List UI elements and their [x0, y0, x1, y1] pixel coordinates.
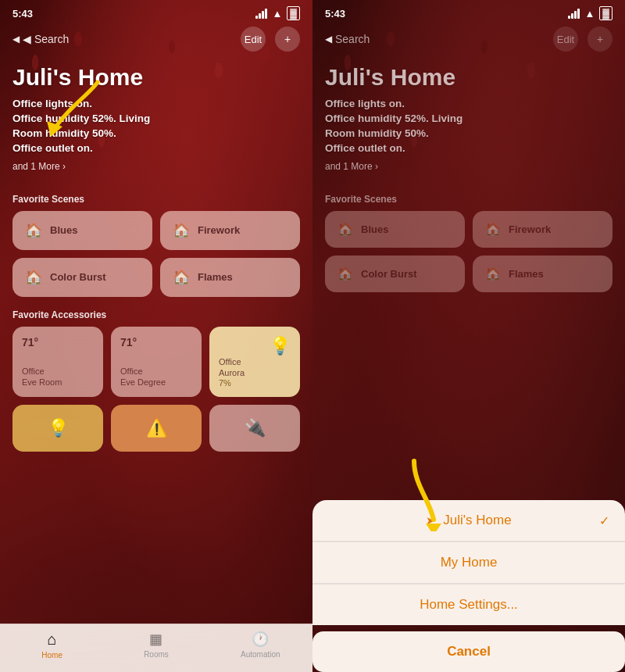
- rooms-tab-label: Rooms: [144, 650, 169, 659]
- scene-icon-flames: 🏠: [173, 269, 190, 286]
- add-button[interactable]: +: [275, 27, 300, 52]
- automation-tab-icon: 🕐: [252, 631, 269, 648]
- scene-name-flames: Flames: [198, 271, 233, 283]
- panel-content: 5:43 ▲ ▓ ◀ ◀ Search Edit: [0, 0, 312, 672]
- home-tab-label: Home: [41, 651, 62, 659]
- svg-marker-1: [426, 524, 441, 531]
- scene-name-blues: Blues: [50, 224, 77, 236]
- outlet-icon: 🔌: [245, 418, 266, 438]
- right-home-info: Juli's Home Office lights on. Office hum…: [312, 58, 625, 184]
- scene-icon-blues: 🏠: [25, 222, 42, 239]
- right-scene-colorburst: 🏠 Color Burst: [325, 256, 465, 292]
- arrow-annotation: [43, 78, 105, 141]
- right-back-chevron: ◀: [325, 34, 332, 45]
- more-link[interactable]: and 1 More ›: [12, 161, 300, 172]
- signal-icon: [255, 9, 267, 19]
- right-status-right: ▲ ▓: [568, 6, 612, 20]
- acc-percent-aurora: 7%: [219, 378, 291, 388]
- search-back[interactable]: ◀ ◀ Search: [12, 33, 69, 45]
- left-panel: 5:43 ▲ ▓ ◀ ◀ Search Edit: [0, 0, 312, 672]
- right-search-label: Search: [335, 33, 370, 45]
- right-home-status: Office lights on. Office humidity 52%. L…: [325, 97, 612, 156]
- bulb-icon: 💡: [270, 336, 291, 356]
- dropdown-overlay: ➤ Juli's Home ✓ My Home Home Settings...: [312, 500, 625, 672]
- scene-tile-firework[interactable]: 🏠 Firework: [160, 211, 300, 250]
- scene-icon-firework: 🏠: [173, 222, 190, 239]
- mini-tile-warning[interactable]: ⚠️: [111, 405, 202, 452]
- dropdown-menu: ➤ Juli's Home ✓ My Home Home Settings...: [312, 500, 625, 625]
- nav-bar: ◀ ◀ Search Edit +: [0, 23, 312, 58]
- nav-actions: Edit +: [241, 27, 300, 52]
- right-scene-icon-flames: 🏠: [485, 266, 501, 281]
- dropdown-item-julis-home-wrap: ➤ Juli's Home ✓: [312, 500, 625, 542]
- scenes-grid: 🏠 Blues 🏠 Firework 🏠 Color Burst 🏠 Flame…: [0, 211, 312, 297]
- scene-tile-colorburst[interactable]: 🏠 Color Burst: [12, 258, 152, 297]
- tab-home[interactable]: ⌂ Home: [0, 631, 104, 659]
- status-bar: 5:43 ▲ ▓: [0, 0, 312, 23]
- right-edit-button[interactable]: Edit: [553, 27, 578, 52]
- right-scene-firework: 🏠 Firework: [473, 211, 612, 248]
- automation-tab-label: Automation: [241, 650, 280, 659]
- right-arrow-annotation: [391, 453, 469, 531]
- right-add-button[interactable]: +: [588, 27, 612, 52]
- dropdown-item-home-settings-wrap: Home Settings...: [312, 584, 625, 625]
- checkmark-icon: ✓: [599, 513, 609, 528]
- home-info: Juli's Home Office lights on. Office hum…: [0, 58, 312, 184]
- back-chevron: ◀: [12, 34, 20, 45]
- tab-rooms[interactable]: ▦ Rooms: [104, 631, 208, 659]
- right-nav-bar: ◀ Search Edit +: [312, 23, 625, 58]
- favorite-scenes-label: Favorite Scenes: [0, 194, 312, 205]
- accessory-office-eve-room[interactable]: 71° OfficeEve Room: [12, 327, 103, 398]
- dropdown-my-home-label: My Home: [441, 555, 498, 570]
- bottom-tiles: 💡 ⚠️ 🔌: [0, 405, 312, 452]
- home-tab-icon: ⌂: [48, 631, 57, 649]
- acc-temp-eve-room: 71°: [22, 336, 38, 349]
- wifi-icon: ▲: [272, 8, 282, 20]
- bulb-mini-icon: 💡: [48, 418, 69, 438]
- right-search-back[interactable]: ◀ Search: [325, 33, 370, 45]
- right-scene-icon-blues: 🏠: [338, 222, 353, 237]
- right-status-bar: 5:43 ▲ ▓: [312, 0, 625, 23]
- right-scene-icon-colorburst: 🏠: [338, 266, 353, 281]
- right-nav-actions: Edit +: [553, 27, 612, 52]
- favorite-accessories-label: Favorite Accessories: [0, 309, 312, 320]
- accessories-grid: 71° OfficeEve Room 71° OfficeEve Degree …: [0, 327, 312, 398]
- right-panel-content: 5:43 ▲ ▓ ◀ Search Edit: [312, 0, 625, 672]
- acc-name-eve-room: OfficeEve Room: [22, 366, 94, 388]
- tab-automation[interactable]: 🕐 Automation: [209, 631, 312, 659]
- right-wifi-icon: ▲: [584, 8, 595, 20]
- status-right: ▲ ▓: [255, 6, 300, 20]
- right-battery-icon: ▓: [599, 6, 612, 20]
- acc-temp-eve-degree: 71°: [120, 336, 137, 349]
- battery-icon: ▓: [287, 6, 300, 20]
- accessory-office-eve-degree[interactable]: 71° OfficeEve Degree: [111, 327, 202, 398]
- scene-tile-flames[interactable]: 🏠 Flames: [160, 258, 300, 297]
- right-scenes-label: Favorite Scenes: [312, 194, 625, 205]
- dropdown-item-julis-home[interactable]: ➤ Juli's Home ✓: [312, 500, 625, 542]
- scene-tile-blues[interactable]: 🏠 Blues: [12, 211, 152, 250]
- acc-name-eve-degree: OfficeEve Degree: [120, 366, 192, 388]
- right-scenes-grid: 🏠 Blues 🏠 Firework 🏠 Color Burst 🏠 Flame…: [312, 211, 625, 292]
- right-panel: 5:43 ▲ ▓ ◀ Search Edit: [312, 0, 625, 672]
- search-label[interactable]: ◀ Search: [23, 33, 69, 45]
- scene-icon-colorburst: 🏠: [25, 269, 42, 286]
- right-scene-icon-firework: 🏠: [485, 222, 501, 237]
- accessory-office-aurora[interactable]: 💡 OfficeAurora 7%: [209, 327, 300, 398]
- mini-tile-bulb[interactable]: 💡: [12, 405, 103, 452]
- rooms-tab-icon: ▦: [149, 631, 162, 648]
- dropdown-item-my-home[interactable]: My Home: [312, 542, 625, 584]
- tab-bar: ⌂ Home ▦ Rooms 🕐 Automation: [0, 624, 312, 672]
- dropdown-item-my-home-wrap: My Home: [312, 542, 625, 584]
- mini-tile-outlet[interactable]: 🔌: [209, 405, 300, 452]
- right-scene-blues: 🏠 Blues: [325, 211, 465, 248]
- scene-name-firework: Firework: [198, 224, 240, 236]
- cancel-button[interactable]: Cancel: [312, 631, 625, 672]
- right-time-display: 5:43: [325, 8, 345, 20]
- dropdown-home-settings-label: Home Settings...: [420, 597, 518, 613]
- right-scene-flames: 🏠 Flames: [473, 256, 612, 292]
- dropdown-item-home-settings[interactable]: Home Settings...: [312, 584, 625, 625]
- acc-name-aurora: OfficeAurora: [219, 356, 291, 379]
- scene-name-colorburst: Color Burst: [50, 271, 106, 283]
- edit-button[interactable]: Edit: [241, 27, 266, 52]
- warning-icon: ⚠️: [146, 418, 167, 438]
